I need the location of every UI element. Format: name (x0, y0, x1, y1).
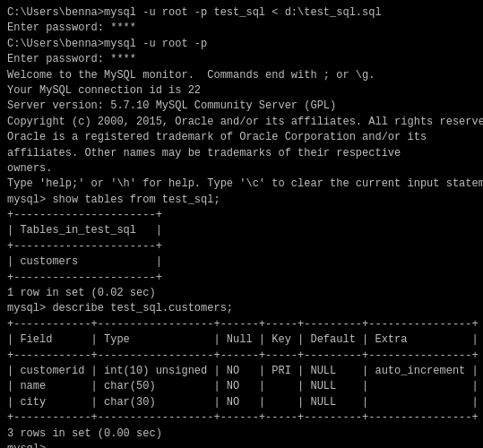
terminal-line-26: mysql> describe test_sql.customers; (7, 301, 476, 316)
terminal-line-31: | name | char(50) | NO | | NULL | | (7, 379, 476, 394)
terminal-line-23: +----------------------+ (7, 271, 476, 286)
terminal-line-22: | customers | (7, 254, 476, 270)
terminal-line-18: mysql> show tables from test_sql; (7, 193, 476, 208)
terminal-line-4: C:\Users\benna>mysql -u root -p (7, 37, 476, 52)
terminal-line-33: +------------+------------------+------+… (7, 410, 476, 426)
terminal-line-30: | customerid | int(10) unsigned | NO | P… (7, 364, 476, 379)
terminal-line-28: | Field | Type | Null | Key | Default | … (7, 332, 476, 348)
terminal-line-12: Oracle is a registered trademark of Orac… (7, 130, 476, 145)
terminal-line-19: +----------------------+ (7, 208, 476, 223)
terminal-line-29: +------------+------------------+------+… (7, 349, 476, 364)
terminal-line-13: affiliates. Other names may be trademark… (7, 146, 476, 161)
terminal-line-7: Your MySQL connection id is 22 (7, 83, 476, 99)
terminal-line-8: Server version: 5.7.10 MySQL Community S… (7, 99, 476, 114)
terminal-line-6: Welcome to the MySQL monitor. Commands e… (7, 68, 476, 83)
terminal-window: C:\Users\benna>mysql -u root -p test_sql… (7, 5, 476, 448)
terminal-line-1: C:\Users\benna>mysql -u root -p test_sql… (7, 5, 476, 21)
terminal-line-24: 1 row in set (0.02 sec) (7, 286, 476, 301)
terminal-line-34: 3 rows in set (0.00 sec) (7, 426, 476, 442)
terminal-line-16: Type 'help;' or '\h' for help. Type '\c'… (7, 177, 476, 192)
terminal-line-14: owners. (7, 161, 476, 177)
terminal-line-20: | Tables_in_test_sql | (7, 223, 476, 238)
terminal-line-10: Copyright (c) 2000, 2015, Oracle and/or … (7, 115, 476, 130)
terminal-line-5: Enter password: **** (7, 52, 476, 67)
terminal-line-36: mysql> (7, 442, 476, 448)
terminal-line-27: +------------+------------------+------+… (7, 317, 476, 332)
terminal-line-32: | city | char(30) | NO | | NULL | | (7, 395, 476, 410)
terminal-line-2: Enter password: **** (7, 21, 476, 36)
terminal-line-21: +----------------------+ (7, 239, 476, 254)
